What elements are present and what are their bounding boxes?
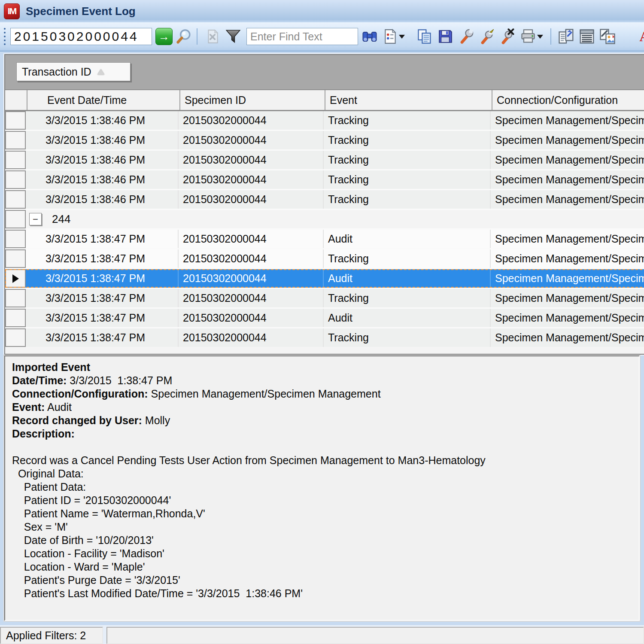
group-row[interactable]: −244 [5, 210, 644, 228]
table-row[interactable]: 3/3/2015 1:38:46 PM20150302000044Trackin… [5, 190, 644, 209]
row-selector-cell[interactable] [5, 309, 26, 327]
row-selector-cell[interactable] [5, 249, 26, 268]
list-view-button[interactable] [578, 27, 596, 46]
table-row[interactable]: 3/3/2015 1:38:46 PM20150302000044Trackin… [5, 170, 644, 189]
row-selector-cell[interactable] [5, 289, 26, 307]
cell-specimen-id: 20150302000044 [179, 170, 324, 189]
search-magnifier-icon [176, 28, 192, 45]
cell-event-datetime: 3/3/2015 1:38:46 PM [26, 131, 179, 149]
cell-event: Tracking [324, 190, 491, 209]
column-header-conn[interactable]: Connection/Configuration [492, 90, 644, 110]
cell-event: Tracking [324, 151, 491, 169]
search-magnifier-button[interactable] [175, 27, 193, 46]
cell-specimen-id: 20150302000044 [179, 111, 324, 130]
app-logo-icon: IM [4, 3, 20, 19]
copy-button[interactable] [416, 27, 434, 46]
cell-connection-configuration: Specimen Management/Specimen Management [491, 269, 644, 288]
row-selector-cell[interactable] [5, 269, 26, 288]
status-panel-empty [106, 627, 644, 644]
cell-specimen-id: 20150302000044 [179, 151, 324, 169]
go-arrow-button[interactable]: → [155, 28, 173, 45]
detail-description-line: Location - Facility = 'Madison' [12, 547, 639, 560]
toolbar: → [0, 22, 644, 52]
cell-connection-configuration: Specimen Management/Specimen Management [491, 309, 644, 327]
table-row[interactable]: 3/3/2015 1:38:47 PM20150302000044AuditSp… [5, 269, 644, 288]
toolbar-separator [197, 28, 197, 45]
font-a-icon-clipped[interactable]: A [639, 28, 644, 45]
clear-document-button[interactable] [204, 27, 222, 46]
group-column-transaction-id[interactable]: Transaction ID [16, 62, 131, 81]
cell-event-datetime: 3/3/2015 1:38:47 PM [26, 249, 179, 268]
row-selector-cell[interactable] [5, 170, 26, 189]
cell-event: Audit [324, 230, 491, 248]
configure-wrench-icon [458, 28, 474, 45]
configure-wrench-arrow-button[interactable] [477, 27, 495, 46]
window-title: Specimen Event Log [26, 5, 136, 18]
group-by-band: Transaction ID [5, 55, 644, 90]
detail-fields: Date/Time: 3/3/2015 1:38:47 PMConnection… [12, 374, 639, 440]
column-header-spec[interactable]: Specimen ID [180, 90, 325, 110]
table-row[interactable]: 3/3/2015 1:38:47 PM20150302000044AuditSp… [5, 230, 644, 248]
list-view-icon [578, 28, 595, 45]
transaction-search-input[interactable] [10, 28, 152, 45]
title-bar: IM Specimen Event Log [0, 0, 644, 22]
save-icon [437, 29, 453, 44]
configure-wrench-button[interactable] [457, 27, 475, 46]
event-grid-panel: Transaction ID Event Date/TimeSpecimen I… [4, 54, 644, 355]
print-icon [520, 28, 536, 45]
configure-wrench-remove-button[interactable] [498, 27, 516, 46]
detail-description-line: Sex = 'M' [12, 520, 639, 534]
grid-header-row: Event Date/TimeSpecimen IDEventConnectio… [5, 90, 644, 111]
column-header-event[interactable]: Event [325, 90, 492, 110]
detail-description-line: Patient Data: [12, 480, 639, 494]
find-binoculars-button[interactable] [361, 27, 379, 46]
table-row[interactable]: 3/3/2015 1:38:47 PM20150302000044Trackin… [5, 328, 644, 347]
table-row[interactable]: 3/3/2015 1:38:47 PM20150302000044AuditSp… [5, 309, 644, 327]
cell-event-datetime: 3/3/2015 1:38:47 PM [26, 289, 179, 307]
cell-connection-configuration: Specimen Management/Specimen Management [491, 111, 644, 130]
row-selector-cell[interactable] [5, 210, 26, 228]
save-button[interactable] [436, 27, 454, 46]
event-detail-panel: Imported Event Date/Time: 3/3/2015 1:38:… [4, 355, 640, 621]
table-row[interactable]: 3/3/2015 1:38:46 PM20150302000044Trackin… [5, 111, 644, 130]
status-bar: Applied Filters: 2 [0, 625, 644, 644]
detail-description-line: Patient ID = '20150302000044' [12, 494, 639, 507]
row-selector-cell[interactable] [5, 151, 26, 169]
sort-ascending-icon [97, 69, 104, 75]
find-text-input[interactable] [246, 28, 358, 45]
row-selector-cell[interactable] [5, 111, 26, 130]
table-row[interactable]: 3/3/2015 1:38:47 PM20150302000044Trackin… [5, 289, 644, 307]
cell-specimen-id: 20150302000044 [179, 289, 324, 307]
row-selector-cell[interactable] [5, 131, 26, 149]
toolbar-grip-handle[interactable] [3, 27, 7, 46]
grid-rows: 3/3/2015 1:38:46 PM20150302000044Trackin… [5, 111, 644, 347]
applied-filters-panel[interactable]: Applied Filters: 2 [0, 627, 103, 644]
cell-event: Tracking [324, 249, 491, 268]
print-button[interactable] [519, 27, 544, 46]
cell-connection-configuration: Specimen Management/Specimen Management [491, 190, 644, 209]
detail-description-line: Patient's Last Modified Date/Time = '3/3… [12, 587, 639, 600]
view-options-button[interactable] [381, 27, 406, 46]
detail-field-label: Connection/Configuration: [12, 388, 148, 400]
cell-event: Audit [324, 269, 491, 288]
detail-description: Record was a Cancel Pending Tests User A… [12, 454, 639, 600]
filter-funnel-button[interactable] [224, 27, 242, 46]
detail-description-line: Patient's Purge Date = '3/3/2015' [12, 574, 639, 587]
detail-field-value: 3/3/2015 1:38:47 PM [67, 374, 172, 386]
table-row[interactable]: 3/3/2015 1:38:46 PM20150302000044Trackin… [5, 131, 644, 149]
cell-event: Tracking [324, 131, 491, 149]
table-row[interactable]: 3/3/2015 1:38:47 PM20150302000044Trackin… [5, 249, 644, 268]
row-selector-cell[interactable] [5, 328, 26, 347]
row-selector-cell[interactable] [5, 190, 26, 209]
detail-title: Imported Event [12, 361, 90, 373]
column-header-date[interactable]: Event Date/Time [27, 90, 180, 110]
report-export-button[interactable] [557, 27, 575, 46]
cell-specimen-id: 20150302000044 [179, 249, 324, 268]
image-export-button[interactable] [598, 27, 617, 46]
row-selector-cell[interactable] [5, 230, 26, 248]
detail-field-line: Event: Audit [12, 401, 639, 414]
collapse-group-button[interactable]: − [29, 213, 42, 225]
group-row-label: 244 [52, 213, 70, 226]
table-row[interactable]: 3/3/2015 1:38:46 PM20150302000044Trackin… [5, 151, 644, 169]
detail-field-value: Molly [142, 414, 170, 426]
